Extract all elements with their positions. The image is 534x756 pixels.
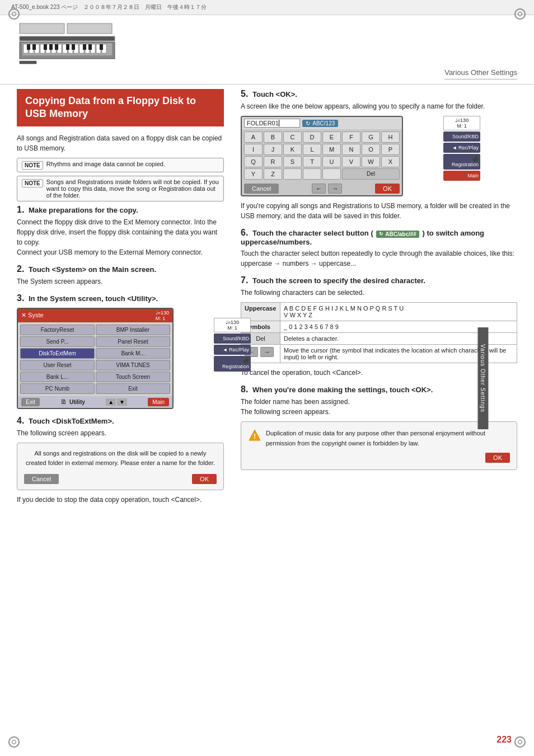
step-6: 6. Touch the character select button ( ↻… — [241, 228, 517, 269]
step-4-heading: 4. Touch <DiskToExtMem>. — [17, 416, 224, 426]
note-box-1: NOTE Rhythms and image data cannot be co… — [17, 158, 224, 172]
kb-ok-btn[interactable]: OK — [375, 184, 400, 194]
key-S[interactable]: S — [283, 156, 302, 167]
step-2: 2. Touch <System> on the Main screen. Th… — [17, 264, 224, 287]
right-column: 5. Touch <OK>. A screen like the one bel… — [235, 89, 517, 511]
info-dialog-text: All songs and registrations on the disk … — [24, 449, 217, 468]
sys-btn-sendpc[interactable]: Send P... — [20, 336, 95, 347]
step-2-body: The System screen appears. — [17, 276, 224, 287]
right-arrow-cell: → — [260, 347, 274, 357]
sys-main-btn[interactable]: Main — [148, 398, 169, 406]
kb-left-arrow[interactable]: ← — [312, 184, 326, 194]
section-title: Various Other Settings — [444, 68, 517, 79]
key-G[interactable]: G — [362, 132, 380, 143]
step-3-heading: 3. In the System screen, touch <Utility>… — [17, 293, 224, 303]
ok-button-dialog[interactable]: OK — [192, 474, 217, 484]
sys-btn-touchscreen[interactable]: Touch Screen — [96, 372, 170, 382]
key-R[interactable]: R — [264, 156, 282, 167]
abc-label: ABC/123 — [312, 120, 335, 126]
step-6-body: Touch the character select button repeat… — [241, 248, 517, 269]
registration-btn[interactable]: ⬛ Registration — [214, 356, 251, 372]
key-D[interactable]: D — [303, 132, 321, 143]
sys-btn-vimatunes[interactable]: VIMA TUNES — [96, 360, 170, 370]
key-H[interactable]: H — [381, 132, 400, 143]
keyboard-screen: FOLDER01​ ↻ ABC/123 A B C D E — [241, 116, 403, 196]
warning-ok-btn[interactable]: OK — [485, 453, 510, 463]
key-X[interactable]: X — [381, 156, 400, 167]
section-title-area: Various Other Settings — [0, 68, 534, 79]
sys-btn-panelreset[interactable]: Panel Reset — [96, 336, 170, 347]
up-arrow-btn[interactable]: ▲ — [106, 398, 116, 406]
key-T[interactable]: T — [303, 156, 321, 167]
folder-input[interactable]: FOLDER01​ — [244, 119, 300, 128]
key-L[interactable]: L — [303, 144, 321, 155]
kb-top-bar: FOLDER01​ ↻ ABC/123 — [242, 117, 402, 129]
abc-mode-btn[interactable]: ↻ ABC/123 — [302, 120, 338, 127]
utility-label: Utility — [69, 399, 85, 405]
key-blank2 — [303, 168, 321, 180]
key-blank1 — [283, 168, 302, 180]
kb-rec-play-btn[interactable]: ◄ Rec/Play — [443, 143, 480, 153]
kb-main-btn[interactable]: Main — [443, 171, 480, 181]
cancel-button-dialog[interactable]: Cancel — [24, 474, 59, 484]
nav-arrows: ▲ ▼ — [106, 398, 127, 406]
key-M[interactable]: M — [322, 144, 341, 155]
copy-notice: If you're copying all songs and Registra… — [241, 201, 517, 221]
intro-text: All songs and Registration data saved on… — [17, 133, 224, 153]
key-blank3 — [322, 168, 341, 180]
sys-tempo: ♩=130M: 1 — [156, 310, 169, 321]
key-A[interactable]: A — [244, 132, 263, 143]
page-number: 223 — [496, 735, 512, 745]
uppercase-chars: A B C D E F G H I J K L M N O P Q R S T … — [280, 303, 517, 321]
sys-btn-disktoextmem[interactable]: DiskToExtMem — [20, 348, 95, 359]
key-C[interactable]: C — [283, 132, 302, 143]
char-table-row-uppercase: Uppercase A B C D E F G H I J K L M N O … — [241, 303, 517, 321]
svg-rect-26 — [72, 44, 75, 50]
header-strip: AT-500_e.book 223 ページ ２００８年７月２８日 月曜日 午後４… — [0, 0, 534, 15]
step-4: 4. Touch <DiskToExtMem>. The following s… — [17, 416, 224, 505]
warning-ok-area: OK — [266, 453, 510, 463]
step-8-heading: 8. When you're done making the settings,… — [241, 384, 517, 395]
kb-cancel-btn[interactable]: Cancel — [244, 184, 279, 194]
abc-badge-label: ABC/abc/## — [385, 231, 416, 237]
key-Y[interactable]: Y — [244, 168, 263, 180]
key-Z[interactable]: Z — [264, 168, 282, 180]
step-8: 8. When you're done making the settings,… — [241, 384, 517, 470]
svg-rect-21 — [32, 44, 36, 50]
chapter-heading: Copying Data from a Floppy Disk to USB M… — [17, 89, 224, 126]
down-arrow-btn[interactable]: ▼ — [117, 398, 127, 406]
kb-registration-btn[interactable]: ⬛ Registration — [443, 154, 480, 170]
key-K[interactable]: K — [283, 144, 302, 155]
svg-rect-20 — [27, 44, 30, 50]
key-U[interactable]: U — [322, 156, 341, 167]
sys-btn-bankls[interactable]: Bank L... — [20, 372, 95, 382]
kb-right-arrow[interactable]: → — [328, 184, 342, 194]
key-N[interactable]: N — [342, 144, 360, 155]
key-O[interactable]: O — [362, 144, 380, 155]
abc-badge[interactable]: ↻ ABC/abc/## — [376, 231, 419, 238]
kb-sound-kbd-btn[interactable]: Sound/KBD — [443, 132, 480, 142]
sys-btn-bmpinstaller[interactable]: BMP Installer — [96, 325, 170, 335]
key-V[interactable]: V — [342, 156, 360, 167]
key-P[interactable]: P — [381, 144, 400, 155]
key-E[interactable]: E — [322, 132, 341, 143]
del-key[interactable]: Del — [342, 168, 400, 180]
sys-btn-pcnumb[interactable]: PC Numb — [20, 383, 95, 394]
sys-btn-userreset[interactable]: User Reset — [20, 360, 95, 370]
sound-kbd-btn[interactable]: Sound/KBD — [214, 334, 251, 344]
key-J[interactable]: J — [264, 144, 282, 155]
sys-exit-btn[interactable]: Exit — [21, 398, 40, 406]
key-W[interactable]: W — [362, 156, 380, 167]
warning-icon: ! — [248, 429, 261, 442]
svg-rect-29 — [100, 44, 103, 50]
key-F[interactable]: F — [342, 132, 360, 143]
key-Q[interactable]: Q — [244, 156, 263, 167]
key-B[interactable]: B — [264, 132, 282, 143]
top-diagram-svg — [17, 21, 129, 65]
sys-btn-bankms[interactable]: Bank M... — [96, 348, 170, 359]
rec-play-btn[interactable]: ◄ Rec/Play — [214, 345, 251, 355]
key-I[interactable]: I — [244, 144, 263, 155]
corner-mark-tl — [8, 8, 20, 20]
sys-btn-exit-inner[interactable]: Exit — [96, 383, 170, 394]
sys-btn-factoryreset[interactable]: FactoryReset — [20, 325, 95, 335]
